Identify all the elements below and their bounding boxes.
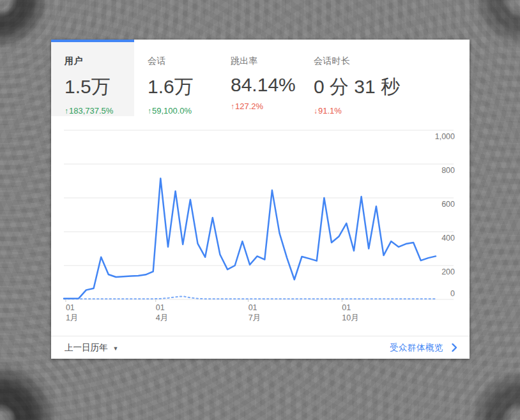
x-axis-tick-label: 10月 (342, 313, 358, 322)
x-axis-tick-label: 01 (249, 303, 257, 312)
x-axis-tick-label: 01 (66, 303, 75, 312)
metric-change-value: 91.1% (318, 106, 342, 116)
metric-change-value: 59,100.0% (152, 106, 192, 116)
metric-label: 会话时长 (314, 56, 412, 67)
comparison-period-line (64, 296, 436, 299)
metric-change: ↓91.1% (314, 106, 412, 116)
metric-label: 用户 (65, 56, 134, 67)
tab-bounce-rate[interactable]: 跳出率 84.14% ↑127.2% (217, 40, 300, 116)
analytics-summary-card: 用户 1.5万 ↑183,737.5% 会话 1.6万 ↑59,100.0% 跳… (51, 40, 470, 359)
trend-chart-svg: 02004006008001,000011月014月017月0110月 (51, 116, 470, 336)
comparison-range-label: 上一日历年 (65, 342, 108, 354)
up-arrow-icon: ↑ (231, 102, 234, 111)
dropdown-caret-icon: ▼ (113, 345, 119, 352)
card-footer: 上一日历年 ▼ 受众群体概览 (51, 336, 470, 359)
tab-sessions[interactable]: 会话 1.6万 ↑59,100.0% (134, 40, 217, 116)
x-axis-tick-label: 7月 (249, 313, 261, 322)
y-axis-tick-label: 1,000 (435, 132, 455, 141)
comparison-range-selector[interactable]: 上一日历年 ▼ (65, 342, 118, 354)
down-arrow-icon: ↓ (314, 107, 317, 116)
metric-label: 跳出率 (231, 56, 300, 67)
audience-overview-link[interactable]: 受众群体概览 (390, 342, 457, 354)
x-axis-tick-label: 01 (342, 303, 351, 312)
metric-value: 1.5万 (65, 74, 134, 100)
y-axis-tick-label: 600 (441, 200, 455, 209)
metric-change-value: 127.2% (235, 101, 263, 111)
tab-session-duration[interactable]: 会话时长 0 分 31 秒 ↓91.1% (300, 40, 412, 116)
audience-overview-label: 受众群体概览 (390, 342, 443, 354)
x-axis-tick-label: 01 (156, 303, 165, 312)
users-trend-chart: 02004006008001,000011月014月017月0110月 (51, 116, 470, 336)
metric-change: ↑183,737.5% (65, 106, 134, 116)
up-arrow-icon: ↑ (65, 107, 68, 116)
metric-label: 会话 (148, 56, 217, 67)
metric-value: 0 分 31 秒 (314, 74, 412, 100)
x-axis-tick-label: 4月 (156, 313, 168, 322)
y-axis-tick-label: 0 (450, 289, 455, 298)
current-period-line (64, 179, 436, 299)
gray-backdrop: 用户 1.5万 ↑183,737.5% 会话 1.6万 ↑59,100.0% 跳… (0, 0, 520, 420)
chevron-right-icon (452, 343, 457, 352)
y-axis-tick-label: 200 (441, 267, 455, 276)
tab-users[interactable]: 用户 1.5万 ↑183,737.5% (51, 40, 134, 116)
x-axis-tick-label: 1月 (66, 313, 78, 322)
metric-change-value: 183,737.5% (69, 106, 113, 116)
metric-value: 84.14% (231, 74, 300, 96)
y-axis-tick-label: 800 (441, 166, 455, 175)
metric-change: ↑127.2% (231, 101, 300, 111)
metric-value: 1.6万 (148, 74, 217, 100)
y-axis-tick-label: 400 (441, 234, 455, 243)
metric-tabs: 用户 1.5万 ↑183,737.5% 会话 1.6万 ↑59,100.0% 跳… (51, 40, 470, 116)
metric-change: ↑59,100.0% (148, 106, 217, 116)
up-arrow-icon: ↑ (148, 107, 151, 116)
